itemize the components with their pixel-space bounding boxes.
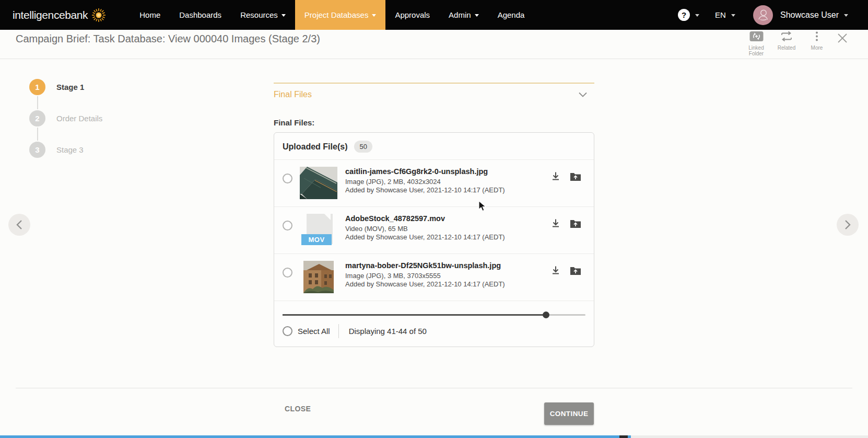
user-menu[interactable]: Showcase User [780,10,839,20]
chevron-down-icon [372,14,376,17]
linked-folder-button[interactable]: Linked Folder [743,31,770,56]
nav-item-label: Resources [240,10,278,19]
next-record-button[interactable] [837,214,859,236]
nav-item-home[interactable]: Home [130,0,170,30]
file-select-checkbox[interactable] [283,221,292,230]
add-to-folder-button[interactable] [570,218,581,228]
nav-item-resources[interactable]: Resources [231,0,295,30]
stepper-step-3[interactable]: 3 Stage 3 [29,142,102,158]
file-thumbnail[interactable] [300,167,337,199]
step-connector [37,96,38,109]
action-label: More [811,45,823,51]
nav-item-dashboards[interactable]: Dashboards [170,0,231,30]
logo-text: intelligencebank [13,9,88,21]
nav-item-label: Approvals [395,10,430,19]
related-button[interactable]: Related [773,31,800,56]
sun-logo-icon [91,8,106,22]
file-select-checkbox[interactable] [283,268,292,278]
paging-status: Displaying 41-44 of 50 [349,327,427,336]
related-icon [780,31,793,42]
linked-folder-icon [749,31,764,42]
download-button[interactable] [550,218,561,228]
nav-item-approvals[interactable]: Approvals [385,0,439,30]
final-files-section-header: Final Files [274,90,594,99]
close-button[interactable]: CLOSE [285,405,311,413]
bottom-blue-bar [0,435,631,438]
download-button[interactable] [550,171,561,181]
file-select-checkbox[interactable] [283,174,292,183]
file-thumbnail[interactable]: MOV [300,214,337,246]
close-icon[interactable] [837,32,848,44]
uploaded-files-footer: Select All Displaying 41-44 of 50 [274,319,594,347]
section-collapse-chevron-down-icon[interactable] [579,92,587,97]
header-divider [0,59,868,59]
chevron-down-icon [475,14,479,17]
more-icon [815,31,819,42]
step-label: Stage 3 [56,145,84,154]
slider-fill [283,314,546,316]
navbar-right-cluster: ? EN Showcase User [678,5,854,25]
download-button[interactable] [550,265,561,275]
file-info: martyna-bober-Df25NGk51bw-unsplash.jpg I… [345,261,550,288]
continue-button[interactable]: CONTINUE [544,402,594,425]
page-title: Campaign Brief: Task Database: View 0000… [16,33,320,45]
stepper-step-2[interactable]: 2 Order Details [29,110,102,126]
header-action-bar: Linked Folder Related More [743,31,830,56]
uploaded-files-header: Uploaded File(s) 50 [274,133,594,160]
file-actions [550,218,585,228]
file-actions [550,171,585,181]
help-chevron-down-icon[interactable] [695,14,699,17]
pagination-slider[interactable] [283,314,585,316]
help-icon[interactable]: ? [678,9,690,21]
step-label: Stage 1 [56,83,84,91]
mov-file-icon: MOV [301,214,336,246]
step-number-badge: 1 [29,79,45,95]
user-chevron-down-icon[interactable] [844,14,848,17]
slider-handle[interactable] [543,312,549,318]
mov-badge: MOV [301,234,332,245]
language-selector[interactable]: EN [715,10,726,19]
select-all-control[interactable]: Select All [283,326,330,336]
nav-item-label: Agenda [498,10,525,19]
select-all-checkbox [283,326,292,336]
file-added-by: Added by Showcase User, 2021-12-10 14:17… [345,233,550,241]
file-name: AdobeStock_48782597.mov [345,214,550,223]
file-count-badge: 50 [354,141,372,153]
add-to-folder-button[interactable] [570,265,581,275]
file-info: caitlin-james-Cf6Gg8rk2-0-unsplash.jpg I… [345,167,550,194]
nav-item-label: Admin [449,10,471,19]
step-number-badge: 3 [29,142,45,158]
section-title: Final Files [274,90,312,99]
file-row: MOV AdobeStock_48782597.mov Video (MOV),… [274,207,594,254]
intelligencebank-logo[interactable]: intelligencebank [13,8,106,22]
file-thumbnail[interactable] [300,261,337,293]
final-files-field-label: Final Files: [274,118,594,127]
app-window: intelligencebank [0,0,868,438]
file-added-by: Added by Showcase User, 2021-12-10 14:17… [345,280,550,289]
avatar[interactable] [753,5,773,25]
more-button[interactable]: More [803,31,830,56]
file-info: AdobeStock_48782597.mov Video (MOV), 65 … [345,214,550,241]
file-meta: Video (MOV), 65 MB [345,225,550,233]
nav-item-agenda[interactable]: Agenda [488,0,534,30]
add-to-folder-button[interactable] [570,171,581,181]
step-number-badge: 2 [29,110,45,126]
action-label: Related [778,45,795,51]
footer-divider [338,324,339,338]
nav-item-admin[interactable]: Admin [439,0,488,30]
file-actions [550,265,585,275]
nav-item-project-databases[interactable]: Project Databases [295,0,386,30]
step-label: Order Details [56,114,102,123]
stepper-step-1[interactable]: 1 Stage 1 [29,79,102,95]
select-all-label: Select All [298,327,330,336]
section-top-border [274,83,594,84]
uploaded-files-panel: Uploaded File(s) 50 [274,132,594,347]
file-meta: Image (JPG), 2 MB, 4032x3024 [345,178,550,186]
previous-record-button[interactable] [8,214,30,236]
main-navigation: Home Dashboards Resources Project Databa… [130,0,534,30]
pagination-slider-row [274,301,594,319]
nav-item-label: Dashboards [179,10,221,19]
file-name: martyna-bober-Df25NGk51bw-unsplash.jpg [345,261,550,270]
language-chevron-down-icon[interactable] [731,14,735,17]
step-connector [37,128,38,141]
